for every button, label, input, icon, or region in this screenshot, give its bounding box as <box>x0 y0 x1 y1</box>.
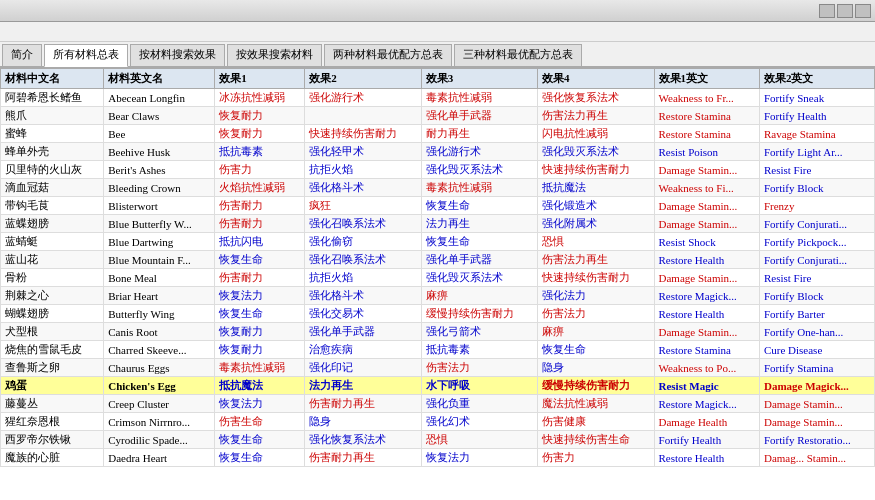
tabs-bar: 简介所有材料总表按材料搜索效果按效果搜索材料两种材料最优配方总表三种材料最优配方… <box>0 42 875 68</box>
table-cell: Restore Magick... <box>654 395 759 413</box>
table-cell: 强化交易术 <box>305 305 421 323</box>
table-cell: 恢复生命 <box>215 449 305 467</box>
table-cell: 恢复耐力 <box>215 341 305 359</box>
table-cell: Bone Meal <box>104 269 215 287</box>
minimize-button[interactable] <box>819 4 835 18</box>
table-cell: 抵抗毒素 <box>215 143 305 161</box>
table-cell: 恢复生命 <box>215 431 305 449</box>
table-cell: 强化格斗术 <box>305 179 421 197</box>
table-cell: Damage Stamin... <box>654 215 759 233</box>
table-cell: 恢复生命 <box>215 251 305 269</box>
table-cell: 快速持续伤害耐力 <box>538 161 654 179</box>
table-cell: 强化毁灭系法术 <box>538 143 654 161</box>
table-cell: 伤害健康 <box>538 413 654 431</box>
table-cell: Fortify Block <box>759 179 874 197</box>
table-cell: 伤害耐力再生 <box>305 449 421 467</box>
title-controls <box>819 4 871 18</box>
table-cell: 伤害力 <box>538 449 654 467</box>
table-row: 蜂单外壳Beehive Husk抵抗毒素强化轻甲术强化游行术强化毁灭系法术Res… <box>1 143 875 161</box>
table-cell: 火焰抗性减弱 <box>215 179 305 197</box>
table-row: 蓝蝶翅膀Blue Butterfly W...伤害耐力强化召唤系法术法力再生强化… <box>1 215 875 233</box>
table-cell: 伤害耐力 <box>215 197 305 215</box>
tab-1[interactable]: 所有材料总表 <box>44 44 128 67</box>
table-cell: Frenzy <box>759 197 874 215</box>
table-cell: Weakness to Fr... <box>654 89 759 107</box>
table-cell: 伤害耐力再生 <box>305 395 421 413</box>
table-cell: 伤害法力 <box>538 305 654 323</box>
table-cell: 强化毁灭系法术 <box>421 161 537 179</box>
table-cell: 恐惧 <box>421 431 537 449</box>
table-cell: 毒素抗性减弱 <box>421 89 537 107</box>
tab-5[interactable]: 三种材料最优配方总表 <box>454 44 582 66</box>
table-cell: 法力再生 <box>305 377 421 395</box>
table-cell: Charred Skeeve... <box>104 341 215 359</box>
table-cell: Fortify Light Ar... <box>759 143 874 161</box>
menu-bar <box>0 22 875 42</box>
table-cell: Resist Fire <box>759 269 874 287</box>
tab-2[interactable]: 按材料搜索效果 <box>130 44 225 66</box>
table-cell: Bee <box>104 125 215 143</box>
table-row: 带钩毛茛Blisterwort伤害耐力疯狂恢复生命强化锻造术Damage Sta… <box>1 197 875 215</box>
table-cell: Restore Magick... <box>654 287 759 305</box>
table-cell: 强化附属术 <box>538 215 654 233</box>
table-cell: Abecean Longfin <box>104 89 215 107</box>
table-cell: Bear Claws <box>104 107 215 125</box>
table-cell: 快速持续伤害耐力 <box>305 125 421 143</box>
table-cell: Fortify Sneak <box>759 89 874 107</box>
table-cell: 强化印记 <box>305 359 421 377</box>
table-cell: 魔法抗性减弱 <box>538 395 654 413</box>
table-cell: Weakness to Po... <box>654 359 759 377</box>
table-row: 蓝蜻蜓Blue Dartwing抵抗闪电强化偷窃恢复生命恐惧Resist Sho… <box>1 233 875 251</box>
table-cell: 冰冻抗性减弱 <box>215 89 305 107</box>
table-cell: 查鲁斯之卵 <box>1 359 104 377</box>
table-cell: 抗拒火焰 <box>305 269 421 287</box>
tab-3[interactable]: 按效果搜索材料 <box>227 44 322 66</box>
table-cell: 魔族的心脏 <box>1 449 104 467</box>
table-cell: 蝴蝶翅膀 <box>1 305 104 323</box>
table-cell: Fortify Health <box>759 107 874 125</box>
table-cell: 恢复耐力 <box>215 323 305 341</box>
table-cell: 伤害法力再生 <box>538 107 654 125</box>
main-table: 材料中文名材料英文名效果1效果2效果3效果4效果1英文效果2英文 阿碧希恩长鳍鱼… <box>0 68 875 467</box>
table-cell: 抵抗毒素 <box>421 341 537 359</box>
tab-4[interactable]: 两种材料最优配方总表 <box>324 44 452 66</box>
table-cell: Restore Health <box>654 251 759 269</box>
table-cell: Fortify Stamina <box>759 359 874 377</box>
tab-0[interactable]: 简介 <box>2 44 42 66</box>
table-cell: Ravage Stamina <box>759 125 874 143</box>
table-cell: 强化法力 <box>538 287 654 305</box>
table-cell: 蜂单外壳 <box>1 143 104 161</box>
table-container[interactable]: 材料中文名材料英文名效果1效果2效果3效果4效果1英文效果2英文 阿碧希恩长鳍鱼… <box>0 68 875 500</box>
close-button[interactable] <box>855 4 871 18</box>
table-cell: 蓝蝶翅膀 <box>1 215 104 233</box>
table-cell: 蓝山花 <box>1 251 104 269</box>
table-cell: 强化幻术 <box>421 413 537 431</box>
table-cell: 伤害法力再生 <box>538 251 654 269</box>
maximize-button[interactable] <box>837 4 853 18</box>
table-cell: 西罗帝尔铁锹 <box>1 431 104 449</box>
table-cell: 治愈疾病 <box>305 341 421 359</box>
table-row: 西罗帝尔铁锹Cyrodilic Spade...恢复生命强化恢复系法术恐惧快速持… <box>1 431 875 449</box>
table-cell: Damage Magick... <box>759 377 874 395</box>
table-cell: Damage Stamin... <box>654 323 759 341</box>
table-cell: Creep Cluster <box>104 395 215 413</box>
table-cell: 强化恢复系法术 <box>538 89 654 107</box>
table-cell: Blue Dartwing <box>104 233 215 251</box>
table-cell: 强化偷窃 <box>305 233 421 251</box>
table-cell: Fortify Conjurati... <box>759 215 874 233</box>
table-cell: Chaurus Eggs <box>104 359 215 377</box>
table-cell: Beehive Husk <box>104 143 215 161</box>
table-cell: Restore Stamina <box>654 125 759 143</box>
table-cell: 缓慢持续伤害耐力 <box>538 377 654 395</box>
table-row: 犬型根Canis Root恢复耐力强化单手武器强化弓箭术麻痹Damage Sta… <box>1 323 875 341</box>
table-cell: 荆棘之心 <box>1 287 104 305</box>
table-cell: Canis Root <box>104 323 215 341</box>
table-cell: 滴血冠菇 <box>1 179 104 197</box>
col-header-0: 材料中文名 <box>1 69 104 89</box>
table-cell: 恢复生命 <box>215 305 305 323</box>
table-row: 蝴蝶翅膀Butterfly Wing恢复生命强化交易术缓慢持续伤害耐力伤害法力R… <box>1 305 875 323</box>
table-cell: Damag... Stamin... <box>759 449 874 467</box>
table-cell: 抵抗魔法 <box>215 377 305 395</box>
table-cell: 水下呼吸 <box>421 377 537 395</box>
col-header-4: 效果3 <box>421 69 537 89</box>
